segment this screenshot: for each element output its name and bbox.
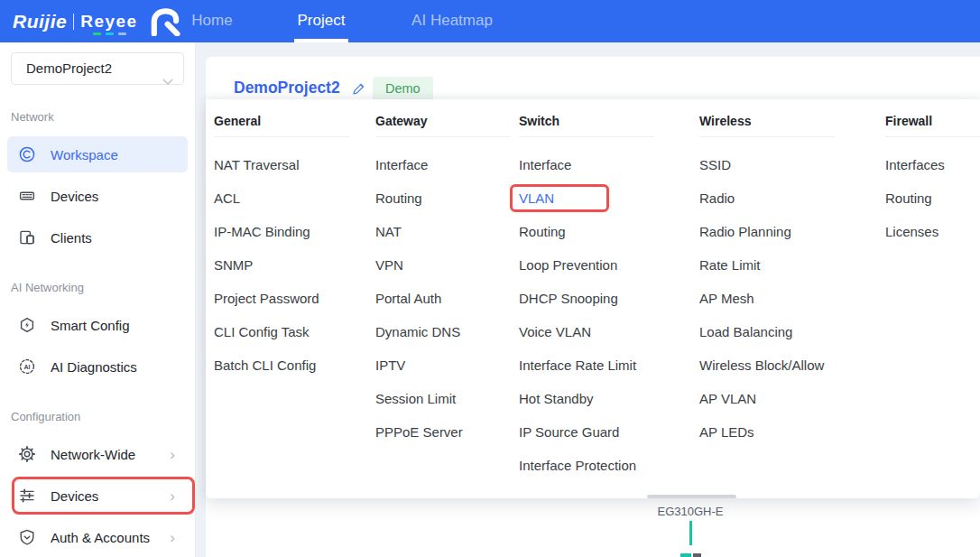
sidebar-item-label: AI Diagnostics bbox=[51, 359, 137, 375]
sidebar-item-network-wide[interactable]: Network-Wide› bbox=[7, 436, 188, 472]
menu-item-ip-source-guard[interactable]: IP Source Guard bbox=[519, 415, 672, 449]
tab-project[interactable]: Project bbox=[285, 0, 357, 42]
sidebar-item-smart-config[interactable]: Smart Config bbox=[7, 307, 188, 343]
sidebar-item-devices[interactable]: Devices› bbox=[7, 478, 188, 514]
menu-column-title: Switch bbox=[519, 99, 672, 128]
menu-item-label: VLAN bbox=[519, 190, 554, 206]
menu-item-routing[interactable]: Routing bbox=[375, 181, 529, 215]
sidebar-item-label: Smart Config bbox=[51, 318, 130, 333]
sidebar-item-clients[interactable]: Clients bbox=[7, 219, 188, 255]
demo-badge: Demo bbox=[373, 77, 433, 101]
menu-item-label: NAT Traversal bbox=[214, 157, 299, 172]
reyee-color-dashes bbox=[93, 32, 126, 35]
shield-icon bbox=[18, 528, 36, 546]
menu-item-label: Rate Limit bbox=[699, 257, 761, 273]
tab-ai-heatmap[interactable]: AI Heatmap bbox=[393, 0, 511, 42]
column-divider bbox=[375, 136, 511, 137]
pencil-icon[interactable] bbox=[350, 81, 365, 100]
menu-item-routing[interactable]: Routing bbox=[885, 181, 980, 215]
sidebar-item-label: Devices bbox=[51, 189, 98, 204]
sidebar: DemoProject2 NetworkWorkspaceDevicesClie… bbox=[0, 42, 196, 557]
project-selector[interactable]: DemoProject2 bbox=[11, 52, 184, 85]
menu-item-ssid[interactable]: SSID bbox=[699, 148, 853, 181]
sidebar-item-ai-diagnostics[interactable]: AIAI Diagnostics bbox=[7, 348, 188, 385]
tab-home[interactable]: Home bbox=[177, 0, 247, 42]
menu-item-label: Voice VLAN bbox=[519, 324, 591, 339]
topology-link-line bbox=[689, 521, 692, 545]
sidebar-item-workspace[interactable]: Workspace bbox=[7, 136, 188, 172]
menu-item-iptv[interactable]: IPTV bbox=[375, 348, 529, 382]
menu-item-label: Routing bbox=[519, 224, 566, 239]
menu-item-label: SNMP bbox=[214, 257, 253, 273]
horizontal-scrollbar-thumb[interactable] bbox=[647, 495, 736, 498]
menu-item-label: Interface bbox=[375, 157, 428, 172]
menu-item-ip-mac-binding[interactable]: IP-MAC Binding bbox=[214, 215, 367, 248]
menu-item-nat[interactable]: NAT bbox=[375, 215, 529, 248]
menu-item-hot-standby[interactable]: Hot Standby bbox=[519, 382, 672, 415]
menu-item-session-limit[interactable]: Session Limit bbox=[375, 382, 529, 415]
topology-device-top-dark bbox=[693, 553, 701, 557]
menu-item-nat-traversal[interactable]: NAT Traversal bbox=[214, 148, 367, 181]
menu-item-label: AP LEDs bbox=[699, 424, 754, 440]
sidebar-item-label: Devices bbox=[51, 488, 98, 504]
chevron-right-icon: › bbox=[170, 488, 175, 504]
sidebar-item-label: Network-Wide bbox=[51, 447, 135, 462]
page-title[interactable]: DemoProject2 bbox=[234, 79, 340, 97]
menu-item-wireless-block-allow[interactable]: Wireless Block/Allow bbox=[699, 348, 853, 382]
menu-item-batch-cli-config[interactable]: Batch CLI Config bbox=[214, 348, 367, 382]
smart-config-icon bbox=[18, 316, 36, 334]
menu-item-snmp[interactable]: SNMP bbox=[214, 248, 367, 282]
menu-column-general: GeneralNAT TraversalACLIP-MAC BindingSNM… bbox=[214, 99, 367, 382]
menu-item-interfaces[interactable]: Interfaces bbox=[885, 148, 980, 181]
menu-item-label: Licenses bbox=[885, 224, 938, 239]
menu-item-vlan[interactable]: VLAN bbox=[519, 181, 672, 215]
menu-column-title: General bbox=[214, 99, 367, 128]
menu-item-label: Portal Auth bbox=[375, 291, 441, 306]
menu-column-switch: SwitchInterfaceVLANRoutingLoop Preventio… bbox=[519, 99, 672, 482]
menu-item-label: Load Balancing bbox=[699, 324, 792, 339]
menu-item-loop-prevention[interactable]: Loop Prevention bbox=[519, 248, 672, 282]
menu-item-project-password[interactable]: Project Password bbox=[214, 282, 367, 315]
menu-item-label: Routing bbox=[885, 190, 932, 206]
sidebar-item-auth-accounts[interactable]: Auth & Accounts› bbox=[7, 519, 188, 555]
project-selector-value: DemoProject2 bbox=[26, 60, 112, 76]
menu-item-acl[interactable]: ACL bbox=[214, 181, 367, 215]
menu-item-label: Loop Prevention bbox=[519, 257, 617, 273]
column-divider bbox=[699, 136, 835, 137]
sidebar-item-devices[interactable]: Devices bbox=[7, 178, 188, 214]
topology-device-top-teal bbox=[680, 553, 691, 557]
menu-item-portal-auth[interactable]: Portal Auth bbox=[375, 282, 529, 315]
topology-device-label[interactable]: EG310GH-E bbox=[654, 505, 726, 518]
menu-item-load-balancing[interactable]: Load Balancing bbox=[699, 315, 853, 348]
menu-item-ap-leds[interactable]: AP LEDs bbox=[699, 415, 853, 449]
sidebar-item-label: Clients bbox=[51, 230, 92, 246]
menu-item-radio-planning[interactable]: Radio Planning bbox=[699, 215, 853, 248]
menu-item-cli-config-task[interactable]: CLI Config Task bbox=[214, 315, 367, 348]
column-divider bbox=[885, 136, 980, 137]
menu-item-interface[interactable]: Interface bbox=[375, 148, 529, 181]
menu-item-interface-protection[interactable]: Interface Protection bbox=[519, 449, 672, 482]
menu-item-rate-limit[interactable]: Rate Limit bbox=[699, 248, 853, 282]
menu-item-routing[interactable]: Routing bbox=[519, 215, 672, 248]
menu-item-voice-vlan[interactable]: Voice VLAN bbox=[519, 315, 672, 348]
menu-item-vpn[interactable]: VPN bbox=[375, 248, 529, 282]
brand-divider bbox=[73, 14, 74, 30]
menu-item-label: Project Password bbox=[214, 291, 319, 306]
menu-item-interface-rate-limit[interactable]: Interface Rate Limit bbox=[519, 348, 672, 382]
menu-item-dhcp-snooping[interactable]: DHCP Snooping bbox=[519, 282, 672, 315]
menu-item-ap-vlan[interactable]: AP VLAN bbox=[699, 382, 853, 415]
menu-item-label: Routing bbox=[375, 190, 422, 206]
menu-item-label: Dynamic DNS bbox=[375, 324, 460, 339]
column-divider bbox=[214, 136, 349, 137]
menu-item-label: ACL bbox=[214, 190, 240, 206]
config-mega-menu: GeneralNAT TraversalACLIP-MAC BindingSNM… bbox=[206, 99, 980, 498]
section-label-configuration: Configuration bbox=[11, 410, 195, 423]
menu-column-title: Gateway bbox=[375, 99, 529, 128]
menu-item-dynamic-dns[interactable]: Dynamic DNS bbox=[375, 315, 529, 348]
menu-item-radio[interactable]: Radio bbox=[699, 181, 853, 215]
menu-item-interface[interactable]: Interface bbox=[519, 148, 672, 181]
menu-item-pppoe-server[interactable]: PPPoE Server bbox=[375, 415, 529, 449]
menu-item-licenses[interactable]: Licenses bbox=[885, 215, 980, 248]
menu-item-label: IP Source Guard bbox=[519, 424, 619, 440]
menu-item-ap-mesh[interactable]: AP Mesh bbox=[699, 282, 853, 315]
